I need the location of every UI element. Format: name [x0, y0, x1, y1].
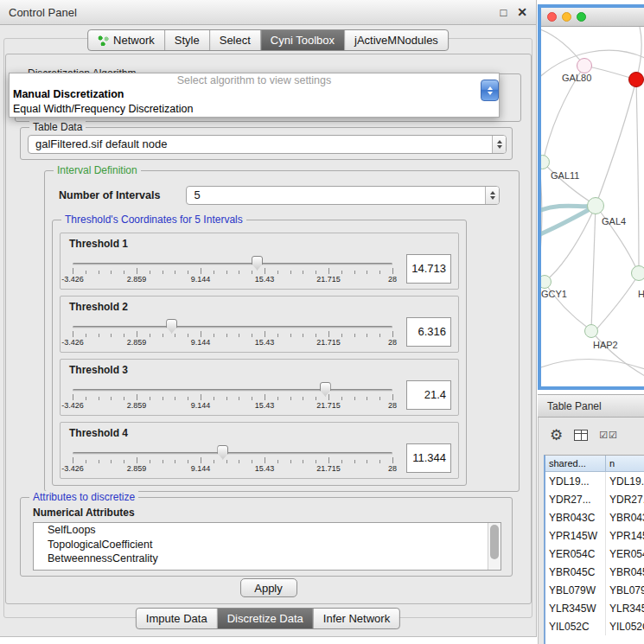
threshold-slider[interactable]: -3.4262.8599.14415.4321.71528 — [67, 252, 398, 286]
threshold-label: Threshold 1 — [69, 238, 128, 250]
scrollbar-thumb[interactable] — [490, 525, 499, 559]
network-icon — [98, 35, 109, 46]
list-item[interactable]: TopologicalCoefficient — [34, 538, 501, 552]
close-icon[interactable]: ✕ — [517, 6, 527, 18]
tick-mark — [341, 460, 342, 463]
columns-icon[interactable] — [574, 430, 588, 441]
tick-label: -3.426 — [61, 464, 84, 473]
window-controls: □ ✕ — [500, 6, 527, 18]
tick-mark — [214, 460, 214, 463]
table-cell: YER054C — [606, 545, 644, 563]
tab-select[interactable]: Select — [209, 30, 260, 50]
tab-jactivemnodules[interactable]: jActiveMNodules — [344, 30, 448, 50]
gear-icon[interactable]: ⚙ — [550, 428, 563, 443]
float-window-icon[interactable]: □ — [500, 7, 507, 18]
tick-label: 9.144 — [191, 401, 211, 410]
tick-mark — [188, 334, 188, 337]
threshold-slider[interactable]: -3.4262.8599.14415.4321.71528 — [67, 378, 398, 412]
threshold-value-field[interactable]: 11.344 — [406, 443, 451, 473]
network-node[interactable] — [587, 197, 604, 214]
list-item[interactable]: SelfLoops — [34, 523, 501, 538]
table-row[interactable]: YLR345WYLR345W — [545, 599, 644, 617]
tick-mark — [252, 334, 252, 337]
threshold-value-field[interactable]: 21.4 — [406, 380, 451, 410]
select-columns-icon[interactable]: ☑☑ — [599, 430, 618, 441]
list-scrollbar[interactable] — [488, 523, 501, 570]
slider-ticks — [73, 268, 392, 275]
network-node-selected[interactable] — [628, 72, 644, 87]
tick-mark — [111, 397, 112, 400]
table-row[interactable]: YBR045CYBR045C — [545, 563, 644, 581]
algorithm-combo-button[interactable] — [481, 80, 499, 101]
combo-stepper-icon[interactable] — [485, 187, 499, 204]
tab-cyni-toolbox[interactable]: Cyni Toolbox — [260, 30, 344, 50]
tick-mark — [367, 334, 367, 337]
table-rows: YDL19...YDL19...YDR27...YDR27...YBR043CY… — [545, 472, 644, 635]
number-of-intervals-combobox[interactable]: 5 — [186, 186, 500, 205]
network-node[interactable] — [577, 58, 592, 73]
algorithm-option[interactable]: Manual Discretization — [10, 87, 499, 102]
tick-mark — [150, 397, 150, 400]
table-row[interactable]: YER054CYER054C — [545, 545, 644, 563]
network-node[interactable] — [631, 265, 644, 281]
table-cell: YLR345W — [545, 599, 606, 617]
tick-mark — [111, 271, 112, 274]
tick-mark — [124, 334, 124, 337]
column-header[interactable]: n — [606, 456, 644, 471]
table-row[interactable]: YDR27...YDR27... — [545, 490, 644, 508]
threshold-row: -3.4262.8599.14415.4321.7152811.344 — [67, 440, 451, 475]
threshold-slider[interactable]: -3.4262.8599.14415.4321.71528 — [67, 315, 398, 349]
tick-mark — [290, 397, 291, 400]
tab-network[interactable]: Network — [88, 30, 164, 50]
network-node[interactable] — [584, 324, 598, 338]
tick-label: 21.715 — [316, 401, 341, 410]
combo-stepper-icon[interactable] — [492, 136, 506, 153]
threshold-value-field[interactable]: 14.713 — [406, 254, 451, 284]
tick-mark — [86, 397, 86, 400]
table-row[interactable]: YDL19...YDL19... — [545, 472, 644, 490]
list-item[interactable]: BetweennessCentrality — [34, 552, 501, 566]
tab-infer-network[interactable]: Infer Network — [313, 609, 399, 628]
tick-label: -3.426 — [61, 401, 84, 410]
tab-style[interactable]: Style — [164, 30, 209, 50]
table-data-combobox[interactable]: galFiltered.sif default node — [28, 135, 507, 154]
attributes-group-title: Attributes to discretize — [29, 491, 138, 503]
apply-button[interactable]: Apply — [240, 578, 297, 597]
column-header[interactable]: shared... — [545, 456, 606, 471]
numerical-attributes-list[interactable]: SelfLoopsTopologicalCoefficientBetweenne… — [33, 522, 501, 571]
tab-discretize-data[interactable]: Discretize Data — [217, 609, 313, 628]
table-row[interactable]: YPR145WYPR145W — [545, 526, 644, 545]
tick-mark — [290, 334, 291, 337]
table-toolbar: ⚙ ☑☑ — [539, 418, 644, 452]
tab-impute-data[interactable]: Impute Data — [137, 609, 217, 628]
table-row[interactable]: YBL079WYBL079W — [545, 581, 644, 599]
tick-mark — [214, 271, 214, 274]
tick-mark — [290, 460, 291, 463]
algorithm-option[interactable]: Equal Width/Frequency Discretization — [10, 102, 499, 117]
tab-label: Style — [175, 34, 200, 47]
tick-label: 15.43 — [255, 275, 275, 284]
tick-labels: -3.4262.8599.14415.4321.71528 — [73, 464, 392, 474]
table-panel-title: Table Panel — [547, 400, 602, 412]
network-canvas[interactable]: GAL80 GAL11 GAL4 GCY1 HAP2 H — [541, 27, 644, 386]
threshold-slider[interactable]: -3.4262.8599.14415.4321.71528 — [67, 441, 398, 475]
table-row[interactable]: YBR043CYBR043C — [545, 508, 644, 526]
slider-ticks — [73, 394, 392, 401]
tick-mark — [73, 268, 73, 274]
table-cell: YBR043C — [606, 508, 644, 526]
table-data-title: Table Data — [29, 121, 86, 133]
threshold-row: -3.4262.8599.14415.4321.7152821.4 — [67, 377, 451, 412]
tick-label: 9.144 — [191, 275, 211, 284]
table-row[interactable]: YIL052CYIL052C — [545, 617, 644, 635]
close-traffic-light[interactable] — [547, 12, 557, 22]
minimize-traffic-light[interactable] — [562, 12, 571, 22]
bottom-tab-bar: Impute DataDiscretize DataInfer Network — [136, 608, 400, 629]
zoom-traffic-light[interactable] — [577, 12, 586, 22]
threshold-value-field[interactable]: 6.316 — [406, 317, 451, 347]
tick-mark — [163, 460, 163, 463]
table-panel: ⚙ ☑☑ shared...n YDL19...YDL19...YDR27...… — [538, 418, 644, 644]
tick-mark — [277, 397, 278, 400]
tick-label: 15.43 — [255, 338, 275, 347]
table-data-group: Table Data galFiltered.sif default node — [20, 127, 513, 160]
tick-mark — [137, 394, 137, 400]
